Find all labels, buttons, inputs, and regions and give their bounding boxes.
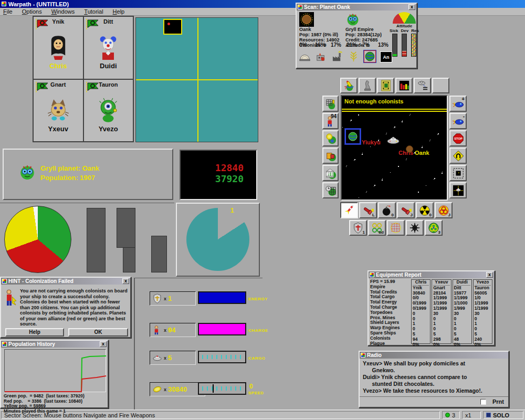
accelerate-button[interactable]: + xyxy=(449,96,467,112)
menu-windows[interactable]: Windows xyxy=(51,8,75,15)
pophist-title-bar[interactable]: Population History x xyxy=(1,341,108,348)
bank-button[interactable] xyxy=(322,165,339,181)
scan-button[interactable]: ? xyxy=(340,78,358,93)
teal-pie-chart xyxy=(186,208,249,271)
ruins-icon[interactable] xyxy=(315,50,327,62)
hint-close-button[interactable]: x xyxy=(122,278,129,284)
history-button[interactable] xyxy=(322,182,339,198)
transfer-goods-button[interactable] xyxy=(322,148,339,164)
bio-bomb-badge: 3 xyxy=(438,230,440,235)
player-cell-chris[interactable]: YnikChris xyxy=(33,16,83,79)
spare-ships-stat[interactable]: x5 xyxy=(150,351,196,365)
missile-button[interactable] xyxy=(340,202,358,218)
scan-title-bar[interactable]: Scan: Planet Oank x xyxy=(297,4,416,10)
net-weapon-button[interactable] xyxy=(387,220,405,236)
scan-body: Oank Pop: 1987 (0% ill) Resources: 14902… xyxy=(297,10,416,68)
bio-weapon-badge: J xyxy=(448,213,450,217)
equipment-column-yvezo: YvezoTauron560051/01/19991/1999300105240… xyxy=(473,279,492,344)
player-cell-yvezo[interactable]: TauronYvezo xyxy=(83,79,134,142)
u-turn-button[interactable] xyxy=(449,148,467,164)
ok-button[interactable]: OK xyxy=(68,328,128,337)
equipment-close-button[interactable]: x xyxy=(486,272,493,278)
player-cell-yxeuv[interactable]: GnartYxeuv xyxy=(33,79,83,142)
colonists-stat[interactable]: x94 xyxy=(150,323,196,337)
equipment-cell: 30 xyxy=(475,311,491,317)
menu-tutorial[interactable]: Tutorial xyxy=(84,8,103,15)
launcher-button[interactable]: L xyxy=(359,202,377,218)
star xyxy=(414,152,415,153)
scan-window: Scan: Planet Oank x Oank Pop: 1987 (0% i… xyxy=(296,3,417,69)
equipment-title-bar[interactable]: Equipment Report x xyxy=(369,271,494,278)
star xyxy=(362,154,363,155)
menu-file[interactable]: File xyxy=(3,8,13,15)
factory-icon[interactable] xyxy=(331,50,343,62)
globe-icon[interactable] xyxy=(364,50,376,62)
accelerate-badge: + xyxy=(461,96,465,102)
planet-oank-sprite[interactable] xyxy=(406,145,413,153)
app-title-bar[interactable]: Warpath - (UNTITLED) xyxy=(0,0,525,8)
dome-icon[interactable] xyxy=(299,50,311,62)
transfer-colonists-button[interactable]: 94 xyxy=(322,113,339,129)
selected-planet-box[interactable] xyxy=(345,129,361,144)
menu-options[interactable]: Options xyxy=(22,8,42,15)
cargo-label: CARGO xyxy=(248,356,265,361)
scan-percent-1: 16% xyxy=(315,42,331,48)
equipment-window-icon xyxy=(370,272,374,277)
radio-message-line: Yvezo> We take these resources to Xiemag… xyxy=(363,387,482,394)
tactical-map[interactable] xyxy=(135,17,258,142)
equipment-cell: 0 xyxy=(475,317,491,322)
bomb-button[interactable]: 0 xyxy=(378,202,396,218)
ship-report-button[interactable] xyxy=(414,78,431,93)
bio-bomb-button[interactable]: 3 xyxy=(425,220,443,236)
equipment-column-yxeuv: YxeuvGnart281041/19991/19991/19993001052… xyxy=(432,279,451,344)
bio-weapon-button[interactable]: J xyxy=(435,202,453,218)
hint-title-bar[interactable]: HINT - Colonization Failed x xyxy=(1,278,130,285)
energy-label: ENERGY xyxy=(248,297,268,301)
minimap-button[interactable] xyxy=(449,165,467,181)
nuke-button[interactable]: 0 xyxy=(416,202,434,218)
equipment-cell: 0% xyxy=(475,342,491,348)
population-stats-text: Green pop. = 9482 (last taxes: 37920)Red… xyxy=(4,394,85,414)
starmap-left-toolbar: 94 xyxy=(322,96,339,198)
teal-pie-value: 1 xyxy=(230,207,234,214)
cargo-gauge xyxy=(198,351,246,363)
analysis-icon[interactable]: An xyxy=(380,51,392,62)
scan-close-button[interactable]: x xyxy=(408,4,415,10)
rocket-weapon-button[interactable]: J xyxy=(397,202,415,218)
shield-weapon-button[interactable]: 1 xyxy=(349,220,367,236)
graphs-button[interactable] xyxy=(395,78,413,93)
scan-empire-name: Gryll Empire xyxy=(345,27,382,32)
print-checkbox[interactable] xyxy=(480,399,486,405)
svg-text:?: ? xyxy=(344,86,346,90)
star xyxy=(366,192,366,193)
pophist-close-button[interactable]: x xyxy=(100,341,107,347)
help-button[interactable]: Help xyxy=(5,328,64,337)
transfer-money-button[interactable] xyxy=(322,130,339,146)
player-cell-duidi[interactable]: DittDuidi xyxy=(83,16,134,79)
transfer-crew-button[interactable] xyxy=(322,96,339,112)
equipment-table: FPS = 15.99EmpireTotal CreditsTotal Carg… xyxy=(370,279,492,344)
cargo-ticks xyxy=(202,355,242,359)
hint-dialog: HINT - Colonization Failed x You are not… xyxy=(0,277,131,338)
menu-help[interactable]: Help xyxy=(113,8,125,15)
stop-button[interactable]: STOP xyxy=(449,130,467,146)
technology-button[interactable] xyxy=(377,78,394,93)
space-map[interactable]: Not enough colonists Yiukyu Chris Oank xyxy=(341,95,448,201)
blank-button[interactable] xyxy=(432,78,449,93)
goggles-button[interactable]: bd xyxy=(368,220,386,236)
monuments-button[interactable] xyxy=(359,78,376,93)
ship-resources-panel: x1x94x5x30840ENERGYCHARGECARGOSPEED0 xyxy=(134,278,262,410)
attitude-pie xyxy=(393,12,416,24)
radio-title-bar[interactable]: Radio xyxy=(360,352,508,359)
sick-dev-res-labels: SickDevRes xyxy=(392,28,416,33)
tactical-selection-box[interactable] xyxy=(163,19,182,35)
tactical-view-button[interactable] xyxy=(449,182,467,198)
web-weapon-button[interactable] xyxy=(406,220,424,236)
wheat-icon[interactable] xyxy=(348,50,360,62)
app-icon xyxy=(2,2,6,6)
decelerate-button[interactable]: - xyxy=(449,113,467,129)
empire-name: Ditt xyxy=(84,18,133,25)
shields-stat[interactable]: x1 xyxy=(150,291,196,306)
player-ship-sprite[interactable] xyxy=(386,136,401,144)
credits-stat[interactable]: x30840 xyxy=(150,382,205,396)
